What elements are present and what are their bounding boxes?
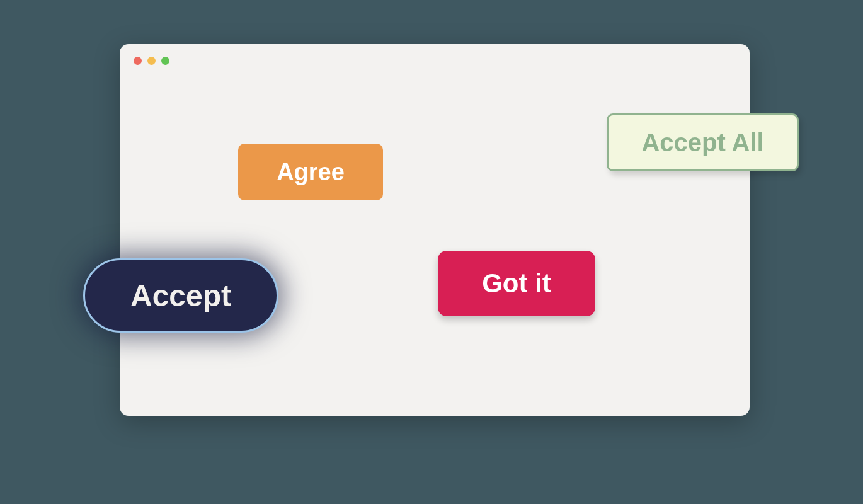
- accept-button[interactable]: Accept: [83, 258, 278, 333]
- accept-all-button[interactable]: Accept All: [607, 113, 799, 171]
- agree-button[interactable]: Agree: [238, 144, 383, 200]
- app-window: [120, 44, 750, 416]
- maximize-icon[interactable]: [161, 57, 169, 65]
- got-it-button[interactable]: Got it: [438, 251, 595, 316]
- close-icon[interactable]: [134, 57, 142, 65]
- window-titlebar: [134, 57, 169, 65]
- minimize-icon[interactable]: [147, 57, 156, 65]
